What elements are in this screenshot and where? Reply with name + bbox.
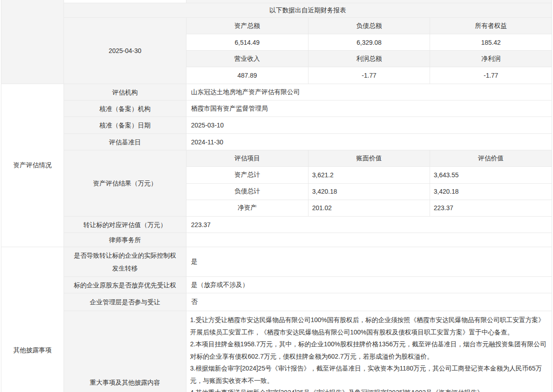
- base-date-value: 2024-11-30: [186, 134, 552, 150]
- transfer-value: 223.37: [186, 217, 552, 233]
- field-row-waive-right: 标的企业原股东是否放弃优先受让权 是（放弃或不涉及）: [64, 277, 552, 293]
- financial-value-row-1: 6,514.49 6,329.08 185.42: [186, 34, 552, 51]
- field-row-transfer-value: 转让标的对应评估值（万元） 223.37: [64, 217, 552, 233]
- field-row-approval-org: 核准（备案）机构 栖霞市国有资产监督管理局: [64, 101, 552, 117]
- approval-date-value: 2025-03-10: [186, 117, 552, 133]
- field-row-control-transfer: 是否导致转让标的企业的实际控制权发生转移 是: [64, 247, 552, 277]
- header-total-profit: 利润总额: [308, 51, 431, 67]
- control-transfer-value: 是: [186, 247, 552, 276]
- book-value-total-assets: 3,621.2: [308, 167, 430, 183]
- major-items-content: 1.受让方受让栖霞市安达民爆物品有限公司100%国有股权后，标的企业须按照《栖霞…: [186, 311, 552, 392]
- disclosure-paragraph-4: 4.其他重大事项详见烟新会审字[2024]25号《审计报告》及鲁冠评报字[202…: [190, 387, 548, 392]
- field-row-agency: 评估机构 山东冠达土地房地产资产评估有限公司: [64, 84, 552, 101]
- field-row-law-firm: 律师事务所: [64, 233, 552, 247]
- agency-value: 山东冠达土地房地产资产评估有限公司: [186, 84, 552, 100]
- approval-org-label: 核准（备案）机构: [64, 101, 186, 117]
- financial-section-label-cell: [1, 0, 64, 84]
- asset-valuation-section: 资产评估情况 评估机构 山东冠达土地房地产资产评估有限公司 核准（备案）机构 栖…: [1, 84, 552, 247]
- valuation-result-label: 资产评估结果（万元）: [64, 150, 186, 216]
- major-items-label: 重大事项及其他披露内容: [64, 311, 186, 392]
- assessed-value-total-liabilities: 3,420.18: [430, 184, 552, 200]
- field-row-approval-date: 核准（备案）日期 2025-03-10: [64, 117, 552, 134]
- header-total-liabilities: 负债总额: [308, 18, 431, 34]
- asset-valuation-body: 评估机构 山东冠达土地房地产资产评估有限公司 核准（备案）机构 栖霞市国有资产监…: [64, 84, 552, 247]
- other-disclosure-body: 是否导致转让标的企业的实际控制权发生转移 是 标的企业原股东是否放弃优先受让权 …: [64, 247, 552, 392]
- other-disclosure-section: 其他披露事项 是否导致转让标的企业的实际控制权发生转移 是 标的企业原股东是否放…: [1, 247, 552, 392]
- field-row-management: 企业管理层是否参与受让 否: [64, 293, 552, 311]
- book-value-total-liabilities: 3,420.18: [308, 184, 430, 200]
- asset-valuation-section-label: 资产评估情况: [1, 84, 64, 247]
- result-row-net-assets: 净资产 201.02 223.37: [186, 200, 552, 216]
- other-disclosure-section-label: 其他披露事项: [1, 247, 64, 392]
- item-total-liabilities: 负债总计: [186, 184, 308, 200]
- law-firm-label: 律师事务所: [64, 233, 186, 247]
- financial-table-title: 以下数据出自近期财务报表: [64, 3, 552, 18]
- assessed-value-total-assets: 3,643.55: [430, 167, 552, 183]
- cutoff-left-cell: [64, 0, 186, 3]
- approval-org-value: 栖霞市国有资产监督管理局: [186, 101, 552, 117]
- field-row-major-items: 重大事项及其他披露内容 1.受让方受让栖霞市安达民爆物品有限公司100%国有股权…: [64, 311, 552, 392]
- valuation-result-table: 评估项目 账面价值 评估价值 资产总计 3,621.2 3,643.55 负债总…: [186, 150, 552, 216]
- column-assessed-value: 评估价值: [430, 150, 552, 166]
- financial-table: 2025-04-30 资产总额 负债总额 所有者权益 6,514.49 6,32…: [64, 18, 552, 84]
- column-book-value: 账面价值: [308, 150, 430, 166]
- approval-date-label: 核准（备案）日期: [64, 117, 186, 133]
- base-date-label: 评估基准日: [64, 134, 186, 150]
- waive-right-label: 标的企业原股东是否放弃优先受让权: [64, 277, 186, 293]
- value-net-profit: -1.77: [430, 67, 552, 84]
- header-owners-equity: 所有者权益: [430, 18, 552, 34]
- value-total-assets: 6,514.49: [186, 34, 308, 50]
- cutoff-right-cell: [186, 0, 552, 3]
- header-operating-revenue: 营业收入: [186, 51, 308, 67]
- column-item: 评估项目: [186, 150, 308, 166]
- result-row-total-assets: 资产总计 3,621.2 3,643.55: [186, 167, 552, 183]
- cutoff-row: [64, 0, 552, 3]
- financial-header-row-2: 营业收入 利润总额 净利润: [186, 51, 552, 67]
- control-transfer-label: 是否导致转让标的企业的实际控制权发生转移: [64, 247, 186, 276]
- item-total-assets: 资产总计: [186, 167, 308, 183]
- value-owners-equity: 185.42: [430, 34, 552, 50]
- financial-value-row-2: 487.89 -1.77 -1.77: [186, 67, 552, 84]
- financial-section: 以下数据出自近期财务报表 2025-04-30 资产总额 负债总额 所有者权益 …: [1, 0, 552, 84]
- management-value: 否: [186, 293, 552, 311]
- agency-label: 评估机构: [64, 84, 186, 100]
- field-row-base-date: 评估基准日 2024-11-30: [64, 134, 552, 150]
- equity-transfer-detail-table: 以下数据出自近期财务报表 2025-04-30 资产总额 负债总额 所有者权益 …: [1, 0, 552, 392]
- value-total-liabilities: 6,329.08: [308, 34, 431, 50]
- disclosure-paragraph-1: 1.受让方受让栖霞市安达民爆物品有限公司100%国有股权后，标的企业须按照《栖霞…: [190, 314, 548, 338]
- field-row-valuation-result: 资产评估结果（万元） 评估项目 账面价值 评估价值 资产总计 3,621.2 3…: [64, 150, 552, 217]
- value-operating-revenue: 487.89: [186, 67, 308, 84]
- waive-right-value: 是（放弃或不涉及）: [186, 277, 552, 293]
- item-net-assets: 净资产: [186, 200, 308, 216]
- law-firm-value: [186, 233, 552, 247]
- financial-section-body: 以下数据出自近期财务报表 2025-04-30 资产总额 负债总额 所有者权益 …: [64, 0, 552, 84]
- management-label: 企业管理层是否参与受让: [64, 293, 186, 311]
- book-value-net-assets: 201.02: [308, 200, 430, 216]
- financial-report-date: 2025-04-30: [64, 18, 186, 84]
- financial-header-row-1: 资产总额 负债总额 所有者权益: [186, 18, 552, 34]
- disclosure-paragraph-3: 3.根据烟新会审字[2024]25号《审计报告》，截至评估基准日，实收资本为11…: [190, 362, 548, 387]
- assessed-value-net-assets: 223.37: [430, 200, 552, 216]
- header-net-profit: 净利润: [430, 51, 552, 67]
- financial-figures: 资产总额 负债总额 所有者权益 6,514.49 6,329.08 185.42…: [186, 18, 552, 84]
- value-total-profit: -1.77: [308, 67, 431, 84]
- disclosure-paragraph-2: 2.本项目挂牌金额1958.7万元，其中，标的企业100%股权挂牌价格1356万…: [190, 338, 548, 362]
- header-total-assets: 资产总额: [186, 18, 308, 34]
- valuation-result-header-row: 评估项目 账面价值 评估价值: [186, 150, 552, 167]
- result-row-total-liabilities: 负债总计 3,420.18 3,420.18: [186, 184, 552, 200]
- transfer-value-label: 转让标的对应评估值（万元）: [64, 217, 186, 233]
